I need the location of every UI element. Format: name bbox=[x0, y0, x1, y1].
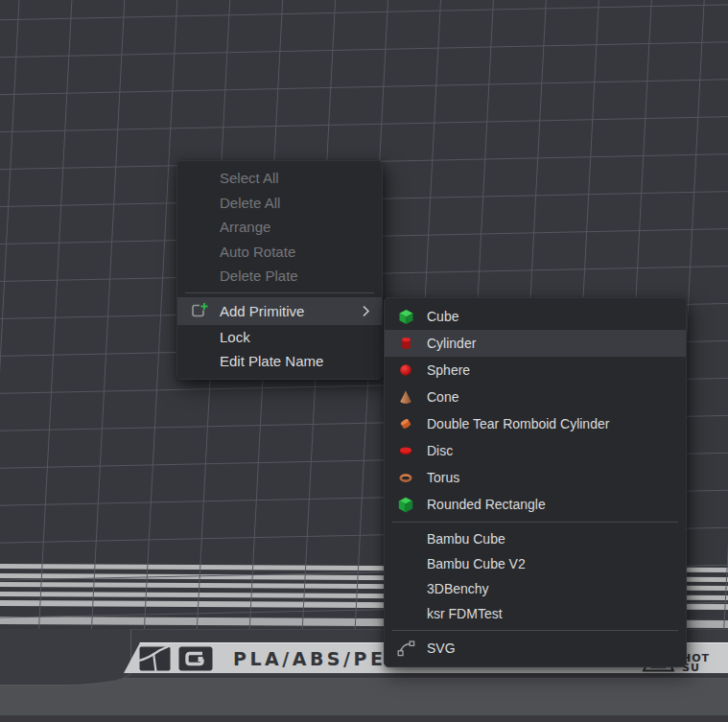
add-primitive-icon bbox=[189, 302, 210, 319]
chevron-right-icon bbox=[362, 305, 370, 317]
svg-bezier-icon bbox=[393, 640, 418, 657]
submenu-item-rounded-rectangle[interactable]: Rounded Rectangle bbox=[385, 491, 686, 518]
menu-item-delete-plate: Delete Plate bbox=[177, 264, 382, 289]
cylinder-icon bbox=[393, 336, 418, 351]
torus-icon bbox=[393, 472, 418, 484]
pinwheel-logo-icon bbox=[139, 646, 171, 671]
sphere-icon bbox=[393, 363, 418, 377]
submenu-item-double-tear-romboid-cylinder[interactable]: Double Tear Romboid Cylinder bbox=[385, 410, 686, 437]
submenu-item-disc[interactable]: Disc bbox=[385, 437, 686, 464]
viewport-bottom-edge bbox=[0, 715, 728, 722]
plate-context-menu: Select All Delete All Arrange Auto Rotat… bbox=[176, 160, 383, 380]
menu-item-select-all: Select All bbox=[177, 166, 382, 191]
submenu-item-cylinder[interactable]: Cylinder bbox=[385, 330, 686, 357]
submenu-item-bambu-cube[interactable]: Bambu Cube bbox=[385, 526, 686, 551]
menu-item-delete-all: Delete All bbox=[177, 191, 382, 216]
cone-icon bbox=[393, 389, 418, 405]
submenu-item-cone[interactable]: Cone bbox=[385, 384, 686, 410]
rounded-rectangle-icon bbox=[393, 497, 418, 513]
disc-icon bbox=[393, 445, 418, 456]
menu-item-add-primitive[interactable]: Add Primitive bbox=[177, 297, 382, 325]
g-logo-icon bbox=[178, 646, 213, 671]
submenu-item-3dbenchy[interactable]: 3DBenchy bbox=[385, 576, 686, 601]
plate-front-rim-corner bbox=[0, 629, 131, 686]
add-primitive-submenu: Cube Cylinder Sphere bbox=[384, 297, 687, 667]
menu-item-edit-plate-name[interactable]: Edit Plate Name bbox=[177, 349, 382, 374]
menu-item-lock[interactable]: Lock bbox=[177, 325, 382, 350]
menu-item-auto-rotate: Auto Rotate bbox=[177, 240, 382, 265]
submenu-item-ksr-fdmtest[interactable]: ksr FDMTest bbox=[385, 601, 686, 626]
menu-separator bbox=[185, 292, 374, 293]
submenu-item-torus[interactable]: Torus bbox=[385, 464, 686, 491]
menu-item-arrange: Arrange bbox=[177, 215, 382, 240]
cube-icon bbox=[393, 309, 418, 325]
submenu-item-bambu-cube-v2[interactable]: Bambu Cube V2 bbox=[385, 551, 686, 576]
menu-separator bbox=[392, 630, 678, 631]
submenu-item-sphere[interactable]: Sphere bbox=[385, 357, 686, 384]
double-tear-romboid-cylinder-icon bbox=[393, 416, 418, 431]
submenu-item-svg[interactable]: SVG bbox=[385, 635, 686, 662]
menu-separator bbox=[392, 522, 678, 523]
submenu-item-cube[interactable]: Cube bbox=[385, 303, 686, 330]
